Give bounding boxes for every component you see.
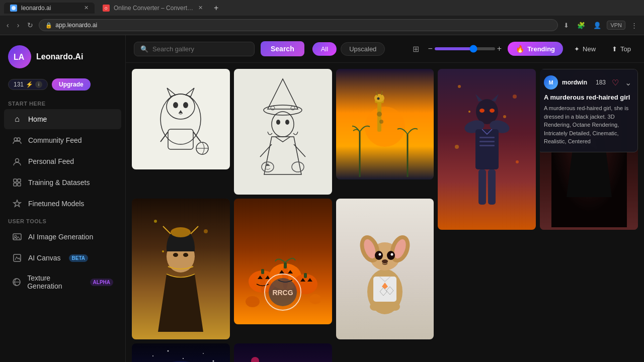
sidebar-item-training[interactable]: Training & Datasets [4,172,121,193]
tab-favicon [10,5,17,12]
profile-icon[interactable]: 👤 [591,20,604,31]
card-cat-edit-btn[interactable]: ✎ [201,72,213,84]
sidebar-item-texture-gen[interactable]: Texture Generation ALPHA [4,269,121,295]
search-box[interactable]: 🔍 [134,42,255,56]
card-giraffe-edit-btn[interactable]: ✎ [405,72,417,84]
user-credits-area: 131 ⚡ i Upgrade [0,76,125,97]
image-card-pumpkins[interactable]: RRCG ⊞ ✎ ⤢ [234,199,332,324]
download-icon[interactable]: ⬇ [561,20,572,31]
image-card-chihuahua[interactable]: ⊞ ✎ ⤢ [336,199,434,339]
topbar: 🔍 Search All Upscaled ⊞ − + 🔥 [126,35,644,63]
ai-image-icon [12,232,22,242]
card-warrior-edit-btn[interactable]: ✎ [507,72,519,84]
card-space-edit-btn[interactable]: ✎ [201,346,213,358]
card-witch-expand-btn[interactable]: ⤢ [317,72,329,84]
card-cleopatra-expand-btn[interactable]: ⤢ [215,202,227,214]
decrease-columns-button[interactable]: − [428,44,432,53]
svg-rect-8 [18,179,21,182]
training-icon [12,177,22,188]
card-cleopatra-grid-btn[interactable]: ⊞ [187,202,199,214]
image-card-space[interactable]: ⊞ ✎ ⤢ [132,343,230,362]
upgrade-button[interactable]: Upgrade [52,78,91,90]
card-cat-actions: ⊞ ✎ ⤢ [187,72,227,84]
home-label: Home [28,115,47,123]
active-tab[interactable]: leonardo.ai ✕ [4,3,95,14]
new-tab-button[interactable]: + [211,3,221,14]
svg-point-4 [14,138,17,141]
trending-button[interactable]: 🔥 Trending [508,42,563,56]
card-pumpkins-grid-btn[interactable]: ⊞ [289,202,301,214]
trending-label: Trending [527,45,555,53]
svg-rect-10 [18,183,21,186]
filter-tab-all[interactable]: All [312,42,337,56]
image-card-warrior[interactable]: ⊞ ✎ ⤢ [438,69,536,230]
info-icon[interactable]: i [35,81,42,88]
card-cat-grid-btn[interactable]: ⊞ [187,72,199,84]
vpn-badge: VPN [607,21,625,30]
popup-username: mordwin [562,79,587,86]
image-card-witch[interactable]: ⊞ ✎ ⤢ [234,69,332,195]
top-sort-button[interactable]: ⬆ Top [607,42,636,56]
card-warrior-actions: ⊞ ✎ ⤢ [493,72,533,84]
image-card-cat[interactable]: ⊞ ✎ ⤢ [132,69,230,169]
card-witch-grid-btn[interactable]: ⊞ [289,72,301,84]
popup-heart-icon: ♡ [612,78,619,87]
extensions-icon[interactable]: 🧩 [575,20,588,31]
forward-button[interactable]: › [15,20,22,30]
card-cat-expand-btn[interactable]: ⤢ [215,72,227,84]
filter-tab-upscaled[interactable]: Upscaled [341,42,385,56]
card-pumpkins-expand-btn[interactable]: ⤢ [317,202,329,214]
card-witch-edit-btn[interactable]: ✎ [303,72,315,84]
new-sort-button[interactable]: ✦ New [569,42,601,56]
top-label: Top [620,45,631,53]
card-giraffe-expand-btn[interactable]: ⤢ [419,72,431,84]
card-warrior-grid-btn[interactable]: ⊞ [493,72,505,84]
image-grid: ⊞ ✎ ⤢ [126,63,644,362]
popup-likes: 183 [596,79,606,86]
svg-rect-7 [14,179,17,182]
sidebar-item-ai-image[interactable]: AI Image Generation [4,227,121,247]
start-here-label: Start Here [0,97,125,109]
sidebar-item-finetuned[interactable]: Finetuned Models [4,194,121,214]
tab2-close-btn[interactable]: ✕ [198,5,203,11]
card-warrior-expand-btn[interactable]: ⤢ [521,72,533,84]
card-chihuahua-grid-btn[interactable]: ⊞ [390,202,403,214]
svg-rect-9 [14,183,17,186]
image-card-monkey[interactable]: ★ ⊞ ✎ ⤢ [234,343,332,362]
image-card-redhair[interactable]: M mordwin 183 ♡ ⌄ A murderous red-haired… [540,69,638,230]
card-space-grid-btn[interactable]: ⊞ [187,346,199,358]
sidebar-item-personal-feed[interactable]: Personal Feed [4,151,121,171]
card-cleopatra-edit-btn[interactable]: ✎ [201,202,213,214]
card-monkey-edit-btn[interactable]: ✎ [303,346,315,358]
svg-point-0 [12,6,16,10]
browser-actions: ⬇ 🧩 👤 VPN ⋮ [561,20,640,31]
sidebar-item-ai-canvas[interactable]: AI Canvas BETA [4,248,121,268]
sidebar-item-home[interactable]: ⌂ Home [4,109,121,129]
finetuned-label: Finetuned Models [28,200,84,208]
sidebar-item-community-feed[interactable]: Community Feed [4,130,121,150]
address-bar[interactable]: 🔒 app.leonardo.ai [39,19,558,31]
card-monkey-expand-btn[interactable]: ⤢ [317,346,329,358]
increase-columns-button[interactable]: + [497,44,502,53]
card-chihuahua-edit-btn[interactable]: ✎ [405,202,417,214]
card-space-expand-btn[interactable]: ⤢ [215,346,227,358]
search-button[interactable]: Search [261,41,304,56]
card-monkey-grid-btn[interactable]: ⊞ [289,346,301,358]
reload-button[interactable]: ↻ [25,20,36,30]
grid-view-button[interactable]: ⊞ [410,43,422,55]
back-button[interactable]: ‹ [4,20,12,30]
image-card-cleopatra[interactable]: ⊞ ✎ ⤢ [132,199,230,339]
menu-icon[interactable]: ⋮ [628,20,640,31]
image-card-giraffe[interactable]: ⊞ ✎ ⤢ [336,69,434,179]
tab2-title: Online Converter – Convert Image, Vi… [114,5,194,12]
inactive-tab[interactable]: O Online Converter – Convert Image, Vi… … [97,3,209,14]
column-slider[interactable] [435,47,495,50]
card-chihuahua-expand-btn[interactable]: ⤢ [419,202,431,214]
search-input[interactable] [152,45,233,53]
top-icon: ⬆ [612,45,617,53]
tab-close-btn[interactable]: ✕ [84,5,89,11]
card-pumpkins-edit-btn[interactable]: ✎ [303,202,315,214]
popup-user-row: M mordwin 183 ♡ ⌄ [544,75,631,89]
card-giraffe-grid-btn[interactable]: ⊞ [390,72,403,84]
svg-point-5 [17,138,20,141]
